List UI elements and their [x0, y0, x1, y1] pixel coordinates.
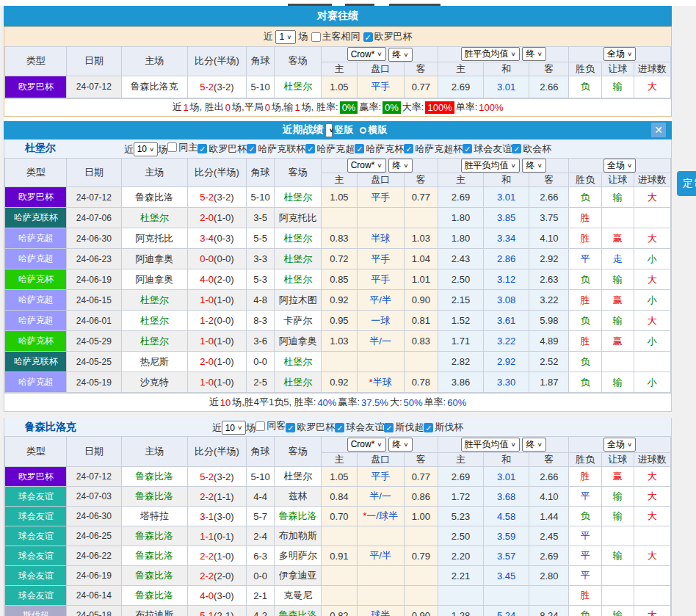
same-venue-checkbox[interactable]	[311, 32, 321, 42]
bookmaker-select[interactable]: Crow*	[347, 159, 386, 173]
score-full[interactable]: 5-2	[200, 471, 214, 482]
handicap-time-select[interactable]: 终	[388, 159, 412, 173]
score-full[interactable]: 2-2	[200, 491, 214, 502]
home-team-link[interactable]: 鲁森比洛克	[131, 81, 178, 92]
bookmaker-select[interactable]: Crow*	[347, 47, 386, 61]
home-team-link[interactable]: 鲁森比洛	[135, 570, 173, 581]
scope-select[interactable]: 全场	[603, 47, 636, 61]
result-cell: 负	[569, 269, 601, 290]
bookmaker-select[interactable]: Crow*	[347, 438, 386, 452]
away-team-link[interactable]: 阿迪拿奥	[279, 336, 317, 347]
horizontal-layout-radio[interactable]	[360, 127, 366, 134]
score-full[interactable]: 3-1	[200, 511, 214, 522]
league-checkbox-3[interactable]	[355, 144, 364, 153]
league-checkbox-1[interactable]	[335, 423, 344, 432]
away-team-link[interactable]: 布加勒斯	[279, 530, 317, 541]
away-team-stats-row: 近10场,胜4平1负5, 胜率:40% 赢率:37.5% 大:50% 单率:60…	[4, 393, 671, 411]
recent-count-select[interactable]: 10	[134, 142, 159, 156]
score-half: (0-3)	[214, 233, 233, 244]
league-checkbox-1[interactable]	[247, 144, 256, 153]
close-icon[interactable]: ✕	[651, 123, 666, 137]
score-full[interactable]: 4-0	[200, 590, 214, 601]
league-checkbox-0[interactable]	[363, 32, 373, 42]
score-full[interactable]: 5-2	[200, 81, 214, 93]
away-team-link[interactable]: 杜堡尔	[283, 471, 312, 482]
home-team-link[interactable]: 杜堡尔	[140, 294, 169, 305]
score-full[interactable]: 2-0	[200, 356, 214, 367]
scope-select[interactable]: 全场	[603, 159, 636, 173]
avg-time-select[interactable]: 终	[522, 159, 545, 173]
league-checkbox-3[interactable]	[424, 423, 433, 432]
away-team-link[interactable]: 杜堡尔	[283, 192, 312, 203]
away-team-link[interactable]: 杜堡尔	[283, 356, 312, 367]
away-team-link[interactable]: 伊拿迪亚	[279, 570, 317, 581]
away-team-link[interactable]: 杜堡尔	[283, 253, 312, 264]
away-team-link[interactable]: 阿克托比	[279, 212, 317, 223]
customize-button[interactable]: 定制	[677, 171, 696, 196]
away-team-link[interactable]: 多明萨尔	[279, 550, 317, 561]
handicap-time-select[interactable]: 终	[388, 48, 412, 62]
league-checkbox-4[interactable]	[404, 144, 413, 153]
goals-result-cell: 大	[634, 487, 670, 507]
league-checkbox-5[interactable]	[463, 144, 472, 153]
league-checkbox-2[interactable]	[384, 423, 394, 432]
score-full[interactable]: 5-1	[200, 610, 214, 616]
home-team-link[interactable]: 阿迪拿奥	[135, 274, 173, 285]
away-team-link[interactable]: 兹林	[289, 490, 308, 501]
same-venue-checkbox[interactable]	[255, 421, 265, 431]
home-team-link[interactable]: 阿克托比	[135, 233, 173, 244]
score-full[interactable]: 1-1	[200, 531, 214, 542]
away-team-link[interactable]: 克曼尼	[283, 590, 312, 601]
score-full[interactable]: 2-2	[200, 551, 214, 562]
league-checkbox-6[interactable]	[512, 144, 521, 153]
away-team-link[interactable]: 杜堡尔	[283, 81, 312, 92]
home-team-link[interactable]: 杜堡尔	[140, 315, 169, 326]
away-team-link[interactable]: 鲁森比洛	[279, 510, 317, 521]
score-full[interactable]: 3-4	[200, 233, 214, 244]
home-team-link[interactable]: 鲁森比洛	[135, 490, 173, 501]
home-team-link[interactable]: 鲁森比洛	[135, 192, 173, 203]
home-team-link[interactable]: 阿迪拿奥	[135, 253, 173, 264]
away-team-link[interactable]: 阿拉木图	[279, 294, 317, 305]
avg-select[interactable]: 胜平负均值	[461, 47, 520, 61]
away-team-link[interactable]: 卡萨尔	[283, 315, 312, 326]
avg-time-select[interactable]: 终	[522, 47, 545, 61]
score-full[interactable]: 1-2	[200, 315, 214, 326]
result-cell: 平	[569, 526, 601, 546]
away-team-link[interactable]: 鲁森比洛	[279, 609, 317, 616]
away-team-link[interactable]: 杜堡尔	[283, 274, 312, 285]
score-full[interactable]: 5-2	[200, 192, 214, 203]
home-team-link[interactable]: 热尼斯	[140, 356, 169, 367]
handicap-time-select[interactable]: 终	[388, 438, 412, 452]
avg-select[interactable]: 胜平负均值	[461, 438, 520, 452]
league-checkbox-2[interactable]	[305, 144, 315, 153]
home-team-link[interactable]: 塔特拉	[140, 510, 169, 521]
home-team-link[interactable]: 鲁森比洛	[135, 590, 173, 601]
league-checkbox-0[interactable]	[286, 423, 295, 432]
score-full[interactable]: 2-0	[200, 212, 214, 223]
home-team-link[interactable]: 鲁森比洛	[135, 530, 173, 541]
home-team-link[interactable]: 鲁森比洛	[135, 471, 173, 482]
recent-count-select[interactable]: 10	[222, 421, 247, 435]
scope-select[interactable]: 全场	[603, 438, 636, 452]
same-venue-checkbox[interactable]	[167, 142, 177, 152]
home-team-link[interactable]: 布拉迪斯	[135, 609, 173, 616]
avg-time-select[interactable]: 终	[522, 438, 545, 452]
league-checkbox-0[interactable]	[197, 144, 207, 153]
score-full[interactable]: 1-0	[200, 294, 214, 305]
col-corner: 角球	[247, 47, 275, 76]
home-team-link[interactable]: 杜堡尔	[140, 212, 169, 223]
recent-count-select[interactable]: 1	[275, 30, 295, 44]
avg-select[interactable]: 胜平负均值	[461, 159, 520, 173]
away-team-link[interactable]: 杜堡尔	[283, 233, 312, 244]
home-team-link[interactable]: 鲁森比洛	[135, 550, 173, 561]
home-team-link[interactable]: 沙克特	[140, 377, 169, 388]
score-full[interactable]: 1-0	[200, 336, 214, 347]
away-team-link[interactable]: 杜堡尔	[283, 377, 312, 388]
home-team-link[interactable]: 杜堡尔	[140, 336, 169, 347]
score-full[interactable]: 0-0	[200, 253, 214, 264]
score-full[interactable]: 2-2	[200, 570, 214, 581]
vertical-layout-radio[interactable]	[325, 123, 333, 137]
score-full[interactable]: 1-0	[200, 377, 214, 388]
score-full[interactable]: 4-0	[200, 274, 214, 285]
